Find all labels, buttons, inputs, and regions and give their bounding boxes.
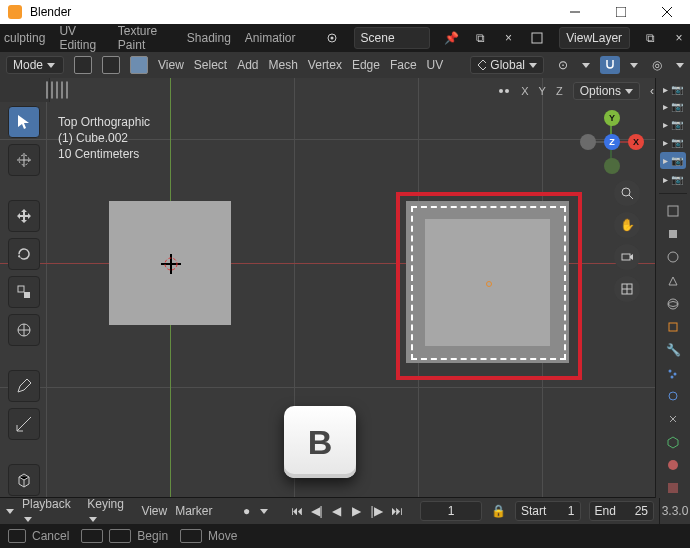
keyframe-next-button[interactable]: |▶ [370,504,384,518]
outliner-row-icon[interactable]: ▸ 📷 [660,100,686,115]
auto-key-toggle[interactable]: ● [240,504,254,518]
gizmo-visibility-icon[interactable] [497,84,511,98]
play-button[interactable]: ▶ [350,504,364,518]
vertex-select-mode[interactable] [74,56,92,74]
properties-texture-tab[interactable] [661,478,685,498]
outliner-row-icon[interactable]: ▸ 📷 [660,117,686,132]
tab-uv-editing[interactable]: UV Editing [59,24,103,52]
properties-material-tab[interactable] [661,455,685,475]
mirror-x-toggle[interactable]: X [521,85,528,97]
properties-scene-tab[interactable] [661,270,685,290]
face-select-mode[interactable] [130,56,148,74]
selection-tool-lasso[interactable] [61,81,63,99]
start-frame-field[interactable]: Start 1 [515,501,580,521]
play-reverse-button[interactable]: ◀ [330,504,344,518]
properties-modifier-tab[interactable]: 🔧 [661,340,685,360]
menu-edge[interactable]: Edge [352,58,380,72]
menu-face[interactable]: Face [390,58,417,72]
gizmo-y-axis[interactable]: Y [604,110,620,126]
expand-region-icon[interactable]: ‹ [650,84,654,98]
delete-scene-icon[interactable]: × [501,29,515,47]
properties-render-tab[interactable] [661,201,685,221]
minimize-button[interactable] [552,0,598,24]
move-tool[interactable] [8,200,40,232]
browse-scene-icon[interactable] [324,28,340,48]
properties-particles-tab[interactable] [661,363,685,383]
properties-viewlayer-tab[interactable] [661,247,685,267]
menu-add[interactable]: Add [237,58,258,72]
menu-vertex[interactable]: Vertex [308,58,342,72]
timeline-view-menu[interactable]: View [141,504,167,518]
jump-start-button[interactable]: ⏮ [290,504,304,518]
add-cube-tool[interactable] [8,464,40,496]
menu-view[interactable]: View [158,58,184,72]
mode-select[interactable]: Mode [6,56,64,74]
scene-name-field[interactable]: Scene [354,27,431,49]
measure-tool[interactable] [8,408,40,440]
proportional-edit-icon[interactable]: ◎ [648,56,666,74]
navigation-gizmo[interactable]: X Y Z [580,110,642,172]
keyframe-prev-button[interactable]: ◀| [310,504,324,518]
selection-tool-circle[interactable] [56,81,58,99]
close-button[interactable] [644,0,690,24]
mirror-y-toggle[interactable]: Y [539,85,546,97]
snap-toggle[interactable] [600,56,620,74]
chevron-down-icon[interactable] [630,63,638,68]
pivot-center-icon[interactable]: ⊙ [554,56,572,74]
browse-viewlayer-icon[interactable] [530,28,546,48]
rotate-tool[interactable] [8,238,40,270]
camera-view-icon[interactable] [614,244,640,270]
delete-viewlayer-icon[interactable]: × [672,29,686,47]
tab-shading[interactable]: Shading [187,31,231,45]
jump-end-button[interactable]: ⏭ [390,504,404,518]
pin-scene-icon[interactable]: 📌 [444,29,459,47]
timeline-playback-menu[interactable]: Playback [22,497,79,525]
cursor-tool[interactable] [8,144,40,176]
orientation-select[interactable]: Global [470,56,544,74]
tab-animation[interactable]: Animatior [245,31,296,45]
frame-lock-icon[interactable]: 🔒 [490,502,507,520]
perspective-toggle-icon[interactable] [614,276,640,302]
timeline-keying-menu[interactable]: Keying [87,497,133,525]
properties-mesh-tab[interactable] [661,432,685,452]
menu-mesh[interactable]: Mesh [269,58,298,72]
chevron-down-icon[interactable] [582,63,590,68]
properties-object-tab[interactable] [661,317,685,337]
gizmo-neg-x[interactable] [580,134,596,150]
chevron-down-icon[interactable] [260,509,268,514]
transform-tool[interactable] [8,314,40,346]
scale-tool[interactable] [8,276,40,308]
edge-select-mode[interactable] [102,56,120,74]
gizmo-z-axis[interactable]: Z [604,134,620,150]
properties-physics-tab[interactable] [661,386,685,406]
viewlayer-name-field[interactable]: ViewLayer [559,27,629,49]
new-scene-icon[interactable]: ⧉ [473,29,487,47]
maximize-button[interactable] [598,0,644,24]
end-frame-field[interactable]: End 25 [589,501,654,521]
outliner-row-active[interactable]: ▸ 📷 [660,152,686,168]
chevron-down-icon[interactable] [676,63,684,68]
timeline-marker-menu[interactable]: Marker [175,504,212,518]
properties-constraints-tab[interactable] [661,409,685,429]
zoom-icon[interactable] [614,180,640,206]
gizmo-neg-y[interactable] [604,158,620,174]
current-frame-field[interactable]: 1 [420,501,483,521]
selection-tool-box[interactable] [51,81,53,99]
mirror-z-toggle[interactable]: Z [556,85,563,97]
select-box-tool[interactable] [8,106,40,138]
outliner-row-icon[interactable]: ▸ 📷 [660,135,686,150]
options-menu[interactable]: Options [573,82,640,100]
properties-world-tab[interactable] [661,294,685,314]
selection-tool-tweak[interactable] [46,81,48,99]
selection-tool-extra[interactable] [66,81,68,99]
gizmo-x-axis[interactable]: X [628,134,644,150]
new-viewlayer-icon[interactable]: ⧉ [644,29,658,47]
tab-texture-paint[interactable]: Texture Paint [118,24,173,52]
editor-type-dropdown-icon[interactable] [6,509,14,514]
annotate-tool[interactable] [8,370,40,402]
pan-icon[interactable]: ✋ [614,212,640,238]
tab-sculpting[interactable]: culpting [4,31,45,45]
menu-select[interactable]: Select [194,58,227,72]
outliner-row-icon[interactable]: ▸ 📷 [660,172,686,187]
menu-uv[interactable]: UV [427,58,444,72]
